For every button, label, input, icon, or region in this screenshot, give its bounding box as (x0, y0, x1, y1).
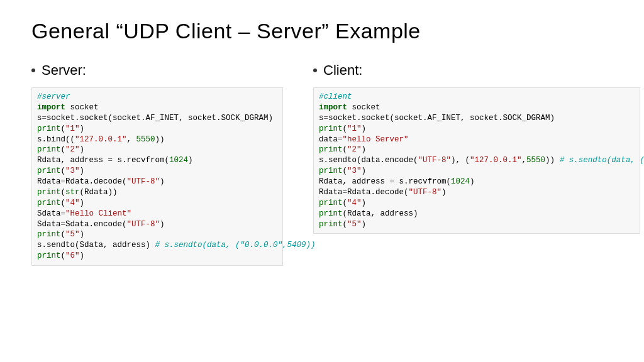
client-label: Client: (313, 62, 640, 79)
server-code-block: #server import socket s=socket.socket(so… (31, 87, 283, 266)
columns: Server: #server import socket s=socket.s… (31, 62, 613, 266)
bullet-icon (31, 69, 35, 72)
bullet-icon (313, 69, 317, 72)
client-column: Client: #client import socket s=socket.s… (313, 62, 640, 266)
server-column: Server: #server import socket s=socket.s… (31, 62, 283, 266)
client-code-block: #client import socket s=socket.socket(so… (313, 87, 640, 234)
slide-title: General “UDP Client – Server” Example (31, 19, 613, 43)
server-label: Server: (31, 62, 283, 79)
